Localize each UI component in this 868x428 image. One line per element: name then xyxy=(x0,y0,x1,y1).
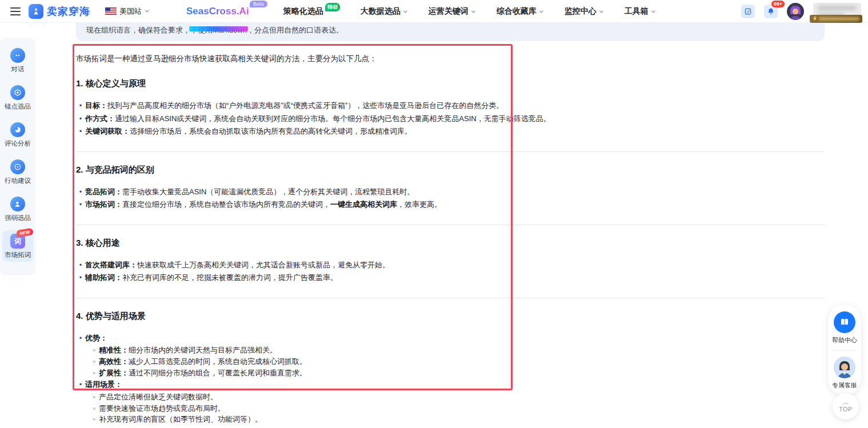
bullet-label: 辅助拓词： xyxy=(85,273,122,282)
menu-toggle-icon[interactable] xyxy=(10,7,21,15)
list-item: •目标：找到与产品高度相关的细分市场（如“户外电源充电器”或“便携式蓝牙音箱”）… xyxy=(76,99,825,113)
section-heading: 3. 核心用途 xyxy=(76,237,825,249)
sub-list-item: ◦精准性：细分市场内的关键词天然与目标产品强相关。 xyxy=(90,345,825,356)
bullet-label: 目标： xyxy=(85,101,107,110)
user-avatar[interactable] xyxy=(787,3,804,20)
crown-icon: ♛ xyxy=(813,16,817,21)
section-heading: 1. 核心定义与原理 xyxy=(76,78,825,89)
intro-paragraph: 市场拓词是一种通过亚马逊细分市场快速获取高相关关键词的方法，主要分为以下几点： xyxy=(76,54,825,64)
bullet-text: 关键词获取：选择细分市场后，系统会自动抓取该市场内所有竞品的高转化关键词，形成精… xyxy=(85,125,412,138)
bullet-label: 关键词获取： xyxy=(85,127,130,135)
brand-name: SeasCross.Ai xyxy=(186,6,249,17)
nav-item-6[interactable]: 工具箱 xyxy=(625,6,656,17)
bullet-text: 优势： xyxy=(85,332,107,345)
sub-bullet-icon: ◦ xyxy=(90,345,99,356)
user-name-blurred[interactable]: ♛ xyxy=(813,3,861,20)
divider xyxy=(833,350,856,351)
sub-bullet-text: 产品定位清晰但缺乏关键词数据时。 xyxy=(99,391,218,403)
sidebar-item-label: 对话 xyxy=(2,66,33,73)
nav-item-label: 综合收藏库 xyxy=(497,6,537,17)
quote-text-highlighted: 不使用Markdown xyxy=(190,26,247,34)
sub-bullet-icon: ◦ xyxy=(90,367,99,379)
nav-item-label: 工具箱 xyxy=(625,6,649,17)
document-sections: 1. 核心定义与原理•目标：找到与产品高度相关的细分市场（如“户外电源充电器”或… xyxy=(76,78,825,428)
bullet-label: 作方式： xyxy=(85,114,115,123)
nav-item-1[interactable]: 策略化选品独创 xyxy=(283,6,340,17)
bullet-icon: • xyxy=(76,113,85,126)
sub-bullet-label: 扩展性： xyxy=(99,369,129,377)
nav-item-5[interactable]: 监控中心 xyxy=(565,6,604,17)
sidebar-item-label: 锚点选品 xyxy=(2,103,33,110)
app-logo[interactable]: 卖家穿海 xyxy=(29,4,90,19)
sidebar-menu: 对话锚点选品评论分析行动建议强弱选品词NEW市场拓词 xyxy=(0,38,35,275)
help-center-label: 帮助中心 xyxy=(828,336,861,345)
list-item: •辅助拓词：补充已有词库的不足，挖掘未被覆盖的潜力词，提升广告覆盖率。 xyxy=(76,271,825,285)
sidebar-item-1[interactable]: 对话 xyxy=(2,45,33,76)
beta-badge: Beta xyxy=(250,1,267,7)
nav-menu: 策略化选品独创大数据选品运营关键词综合收藏库监控中心工具箱 xyxy=(283,6,656,17)
top-navbar: 卖家穿海 美国站 SeasCross.Ai Beta 策略化选品独创大数据选品运… xyxy=(0,0,868,23)
bullet-text: 目标：找到与产品高度相关的细分市场（如“户外电源充电器”或“便携式蓝牙音箱”），… xyxy=(85,99,503,113)
list-item: •作方式：通过输入目标ASIN或关键词，系统会自动关联到对应的细分市场。每个细分… xyxy=(76,113,825,126)
nav-item-label: 策略化选品 xyxy=(283,6,323,17)
chevron-down-icon xyxy=(403,7,408,16)
bullet-icon: • xyxy=(76,378,85,391)
sub-list-item: ◦高效性：减少人工筛选竞品的时间，系统自动完成核心词抓取。 xyxy=(90,356,825,367)
chevron-down-icon xyxy=(471,7,476,16)
membership-badge: ♛ xyxy=(810,15,862,23)
nav-item-4[interactable]: 综合收藏库 xyxy=(497,6,544,17)
chevron-down-icon xyxy=(651,7,656,16)
new-badge: NEW xyxy=(17,228,34,237)
sub-bullet-label: 精准性： xyxy=(99,346,129,354)
nav-item-label: 大数据选品 xyxy=(361,6,401,17)
notes-icon[interactable] xyxy=(741,5,755,18)
sub-list-item: ◦扩展性：通过不同细分市场的组合，可覆盖长尾词和垂直需求。 xyxy=(90,367,825,379)
sub-bullet-text: 高效性：减少人工筛选竞品的时间，系统自动完成核心词抓取。 xyxy=(99,356,307,367)
chevron-down-icon xyxy=(539,7,544,16)
bullet-icon: • xyxy=(76,332,85,345)
keyword-char: 词 xyxy=(14,237,21,246)
us-flag-icon xyxy=(105,7,117,15)
bullet-text: 市场拓词：直接定位细分市场，系统自动整合该市场内所有竞品的关键词，一键生成高相关… xyxy=(85,198,442,211)
nav-item-label: 运营关键词 xyxy=(429,6,469,17)
sidebar-item-4[interactable]: 行动建议 xyxy=(2,156,33,187)
bullet-label: 适用场景： xyxy=(85,380,122,389)
customer-service-button[interactable]: 专属客服 xyxy=(828,357,861,390)
bullet-text: 竞品拓词：需手动收集大量竞品ASIN（可能遗漏优质竞品），逐个分析其关键词，流程… xyxy=(85,186,414,199)
chat-icon xyxy=(10,48,25,63)
sidebar-item-6[interactable]: 词NEW市场拓词 xyxy=(2,230,33,262)
scroll-to-top-button[interactable]: ︿ TOP xyxy=(833,393,859,419)
brand-seascross: SeasCross.Ai Beta xyxy=(186,6,249,17)
help-center-button[interactable]: 帮助中心 xyxy=(828,311,861,345)
bullet-text: 适用场景： xyxy=(85,378,122,391)
list-item: •市场拓词：直接定位细分市场，系统自动整合该市场内所有竞品的关键词，一键生成高相… xyxy=(76,198,825,211)
sidebar-item-3[interactable]: 评论分析 xyxy=(2,119,33,150)
help-book-icon xyxy=(834,311,855,333)
site-selector[interactable]: 美国站 xyxy=(105,6,150,17)
review-analysis-icon xyxy=(10,122,25,137)
quote-text-pre: 现在组织语言，确保符合要求， xyxy=(86,26,190,34)
list-item: •关键词获取：选择细分市场后，系统会自动抓取该市场内所有竞品的高转化关键词，形成… xyxy=(76,125,825,138)
sidebar-item-2[interactable]: 锚点选品 xyxy=(2,82,33,113)
sub-bullet-icon: ◦ xyxy=(90,414,99,425)
bullet-list: •首次搭建词库：快速获取成千上万条高相关关键词，尤其适合新账号或新品，避免从零开… xyxy=(76,259,825,285)
chevron-down-icon xyxy=(599,7,604,16)
market-keyword-icon: 词NEW xyxy=(10,234,25,249)
nav-item-3[interactable]: 运营关键词 xyxy=(429,6,476,17)
bullet-icon: • xyxy=(76,186,85,199)
bullet-icon: • xyxy=(76,99,85,113)
bullet-icon: • xyxy=(76,198,85,211)
bullet-list: •目标：找到与产品高度相关的细分市场（如“户外电源充电器”或“便携式蓝牙音箱”）… xyxy=(76,99,825,138)
sub-bullet-icon: ◦ xyxy=(90,391,99,403)
bullet-text: 作方式：通过输入目标ASIN或关键词，系统会自动关联到对应的细分市场。每个细分市… xyxy=(85,113,551,126)
notification-bell-icon[interactable]: 99+ xyxy=(764,5,778,18)
sub-bullet-list: ◦精准性：细分市场内的关键词天然与目标产品强相关。◦高效性：减少人工筛选竞品的时… xyxy=(90,345,825,378)
sidebar-item-5[interactable]: 强弱选品 xyxy=(2,193,33,225)
customer-service-label: 专属客服 xyxy=(828,381,861,390)
section-divider xyxy=(76,298,825,298)
nav-item-2[interactable]: 大数据选品 xyxy=(361,6,408,17)
action-advice-icon xyxy=(10,159,25,174)
list-item: •优势： xyxy=(76,332,825,345)
bullet-icon: • xyxy=(76,259,85,272)
bullet-label: 优势： xyxy=(85,334,107,342)
